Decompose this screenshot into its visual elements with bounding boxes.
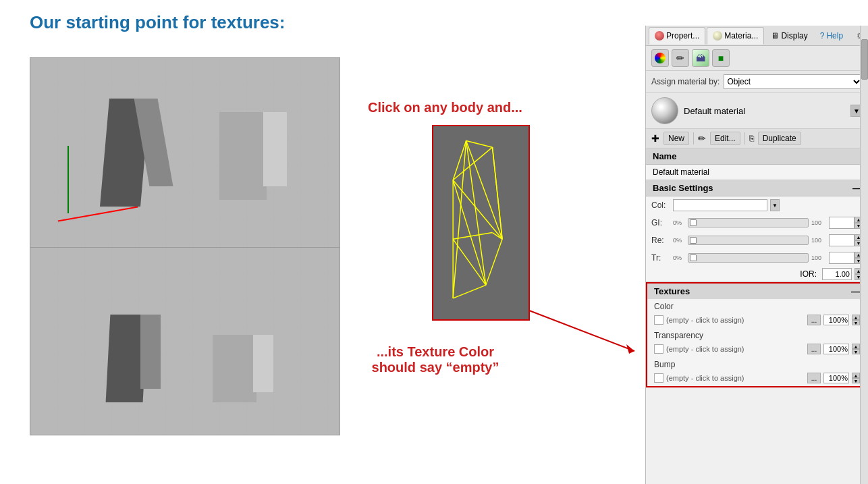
properties-icon — [655, 31, 664, 41]
re-max-label: 100 — [811, 237, 826, 244]
texture-bump-checkbox[interactable] — [654, 373, 663, 383]
tab-help-label: Help — [826, 31, 843, 41]
textures-section-header: Textures — — [646, 282, 868, 299]
pencil-icon[interactable]: ✏ — [698, 133, 706, 144]
svg-rect-2 — [433, 128, 528, 318]
material-toolbar-row: ✚ New ✏ Edit... ⎘ Duplicate — [646, 129, 868, 149]
duplicate-button[interactable]: Duplicate — [758, 132, 801, 145]
texture-color-dots-btn[interactable]: ... — [807, 315, 821, 325]
tab-display-label: Display — [781, 31, 807, 41]
material-preview-row: Default material ▼ — [646, 93, 868, 129]
materials-icon — [713, 31, 722, 41]
basic-settings-header: Basic Settings — — [646, 180, 868, 196]
svg-marker-1 — [626, 344, 634, 354]
texture-bump-pct: 100% — [823, 373, 849, 383]
texture-bump-row: (empty - click to assign) ... 100% ▲ ▼ — [647, 370, 867, 386]
re-slider-container: 0% 100 — [673, 236, 826, 245]
panel-scrollbar[interactable] — [860, 26, 868, 484]
texture-bump-dots-btn[interactable]: ... — [807, 373, 821, 383]
viewport-divider — [30, 247, 340, 248]
texture-color-down[interactable]: ▼ — [852, 320, 860, 325]
texture-bump-down[interactable]: ▼ — [852, 378, 860, 383]
name-section: Name Default material — [646, 149, 868, 180]
texture-bump-up[interactable]: ▲ — [852, 373, 860, 378]
tab-properties[interactable]: Propert... — [649, 27, 705, 45]
assign-select[interactable]: Object — [724, 74, 863, 89]
gi-slider-container: 0% 100 — [673, 218, 826, 227]
texture-color-up[interactable]: ▲ — [852, 315, 860, 320]
axis-y — [67, 146, 69, 213]
edit-button[interactable]: Edit... — [710, 132, 740, 145]
texture-transparency-down[interactable]: ▼ — [852, 349, 860, 354]
wireframe-preview — [432, 125, 530, 321]
re-min-label: 0% — [673, 237, 685, 244]
texture-color-row: (empty - click to assign) ... 100% ▲ ▼ — [647, 312, 867, 328]
ior-label: IOR: — [800, 269, 817, 279]
annotation-texture-text: ...its Texture Color should say “empty” — [358, 344, 513, 375]
tab-materials-label: Materia... — [724, 31, 758, 41]
re-label: Re: — [651, 236, 670, 245]
tab-materials[interactable]: Materia... — [707, 27, 764, 45]
material-type-btn-3[interactable]: 🏔 — [692, 49, 709, 67]
texture-color-checkbox[interactable] — [654, 315, 663, 325]
scrollbar-thumb[interactable] — [861, 39, 868, 80]
collapse-textures-icon[interactable]: — — [851, 286, 860, 296]
texture-transparency-pct: 100% — [823, 344, 849, 354]
texture-transparency-up[interactable]: ▲ — [852, 344, 860, 349]
texture-color-label: Color — [647, 299, 867, 312]
texture-transparency-dots-btn[interactable]: ... — [807, 344, 821, 354]
gi-min-label: 0% — [673, 219, 685, 226]
textures-section: Textures — Color (empty - click to assig… — [646, 282, 868, 387]
texture-transparency-empty[interactable]: (empty - click to assign) — [666, 345, 805, 353]
texture-color-pct: 100% — [823, 315, 849, 325]
tab-help[interactable]: ? Help — [815, 29, 848, 43]
assign-label: Assign material by: — [651, 77, 720, 86]
3d-object-3-face — [140, 315, 161, 389]
tr-min-label: 0% — [673, 254, 685, 261]
texture-transparency-checkbox[interactable] — [654, 344, 663, 354]
gi-row: GI: 0% 100 ▲ ▼ — [646, 214, 868, 232]
col-color-box[interactable] — [673, 199, 767, 211]
material-name-label: Default material — [684, 106, 845, 116]
re-value-input[interactable] — [829, 234, 855, 246]
material-type-btn-2[interactable]: ✏ — [672, 49, 689, 67]
texture-bump-empty[interactable]: (empty - click to assign) — [666, 374, 805, 382]
separator-2 — [744, 132, 745, 144]
textures-section-body: Color (empty - click to assign) ... 100%… — [646, 299, 868, 387]
copy-icon[interactable]: ⎘ — [749, 134, 754, 143]
gi-value-input[interactable] — [829, 217, 855, 229]
tr-value-input[interactable] — [829, 252, 855, 264]
material-type-btn-4[interactable]: ■ — [712, 49, 730, 67]
assign-material-row: Assign material by: Object — [646, 71, 868, 93]
axis-x — [58, 207, 138, 222]
tab-display[interactable]: 🖥 Display — [765, 29, 813, 43]
ior-input[interactable] — [822, 268, 852, 280]
panel-tabs: Propert... Materia... 🖥 Display ? Help ⚙ — [646, 26, 868, 46]
tr-max-label: 100 — [811, 254, 826, 261]
new-label: New — [668, 134, 684, 143]
tr-label: Tr: — [651, 253, 670, 263]
tr-slider[interactable] — [688, 253, 809, 263]
material-icons-row: ✏ 🏔 ■ — [646, 46, 868, 71]
3d-object-4-face — [253, 335, 273, 392]
tr-slider-container: 0% 100 — [673, 253, 826, 263]
separator-1 — [693, 132, 694, 144]
texture-transparency-row: (empty - click to assign) ... 100% ▲ ▼ — [647, 341, 867, 357]
texture-bump-label: Bump — [647, 357, 867, 370]
col-dropdown-btn[interactable]: ▼ — [770, 199, 780, 211]
3d-object-4 — [213, 335, 256, 402]
edit-label: Edit... — [715, 134, 736, 143]
gi-label: GI: — [651, 218, 670, 227]
page-heading: Our starting point for textures: — [30, 12, 285, 33]
re-slider[interactable] — [688, 236, 809, 245]
add-material-icon[interactable]: ✚ — [651, 133, 659, 144]
new-button[interactable]: New — [663, 132, 689, 145]
texture-color-spinner: ▲ ▼ — [852, 315, 860, 325]
texture-transparency-label: Transparency — [647, 328, 867, 341]
3d-object-2 — [219, 112, 267, 200]
texture-color-empty[interactable]: (empty - click to assign) — [666, 316, 805, 324]
duplicate-label: Duplicate — [763, 134, 796, 143]
material-type-btn-1[interactable] — [651, 49, 669, 67]
gi-slider[interactable] — [688, 218, 809, 227]
material-name-value: Default material — [646, 165, 868, 180]
